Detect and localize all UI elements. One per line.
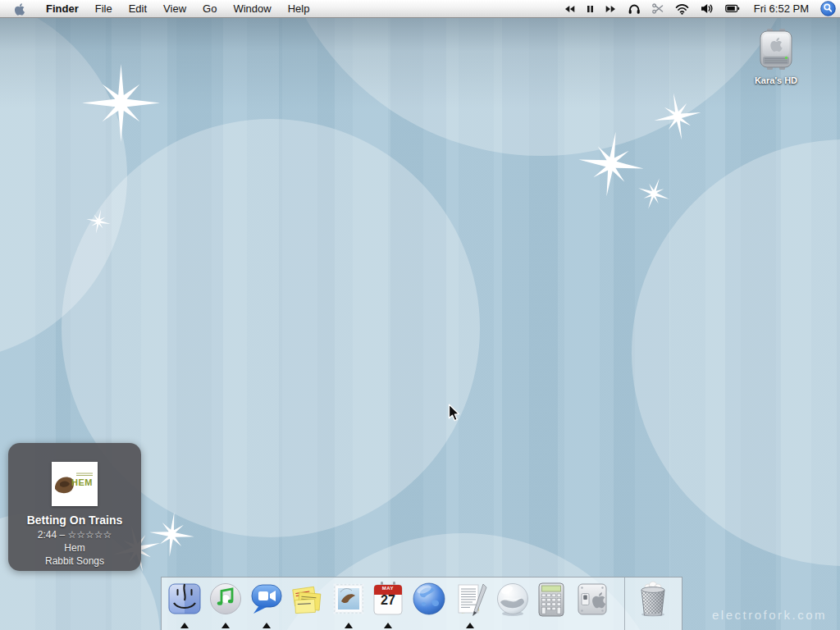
menu-file[interactable]: File [87, 0, 121, 17]
dock-item-finder[interactable] [166, 580, 203, 618]
pause-icon[interactable] [581, 0, 600, 17]
itunes-notification[interactable]: HEM Betting On Trains 2:44 – ☆☆☆☆☆ Hem R… [8, 443, 141, 571]
headphones-icon[interactable] [622, 0, 646, 17]
menu-help[interactable]: Help [280, 0, 318, 17]
track-title: Betting On Trains [8, 514, 141, 527]
menu-view[interactable]: View [155, 0, 194, 17]
sparkle-icon [654, 93, 701, 140]
sparkle-icon [637, 177, 670, 210]
dock-item-ical[interactable]: MAY 27 [369, 580, 407, 618]
running-indicator-finder [180, 623, 189, 628]
running-indicator-ical [384, 623, 392, 628]
menu-clock[interactable]: Fri 6:52 PM [746, 0, 817, 17]
album-art: HEM [52, 462, 98, 506]
dock-item-trash[interactable] [632, 580, 673, 618]
apple-menu[interactable] [0, 0, 38, 17]
running-indicator-mail [345, 623, 353, 628]
scissors-icon[interactable] [646, 0, 669, 17]
dock-item-mail[interactable] [330, 580, 368, 618]
running-indicator-textedit [466, 623, 474, 628]
hard-drive-icon [753, 28, 799, 71]
dock-item-textedit[interactable] [451, 580, 489, 618]
dock-separator[interactable] [624, 578, 625, 630]
menu-go[interactable]: Go [194, 0, 225, 17]
desktop: Finder File Edit View Go Window Help [0, 0, 840, 630]
dock-item-system-preferences[interactable] [573, 580, 611, 618]
menu-finder[interactable]: Finder [38, 0, 87, 17]
track-artist: Hem [8, 542, 141, 554]
ical-month-label: MAY [369, 586, 407, 591]
sparkle-icon [578, 131, 644, 197]
dock-item-browser-globe[interactable] [410, 580, 448, 618]
track-time-rating: 2:44 – ☆☆☆☆☆ [8, 529, 141, 541]
menu-window[interactable]: Window [225, 0, 279, 17]
running-indicator-ichat [262, 623, 271, 628]
dock-item-crystal-ball[interactable] [494, 580, 532, 618]
wallpaper-watermark: electrofork.com [712, 608, 827, 622]
battery-icon[interactable] [719, 0, 746, 17]
dock-item-calculator[interactable] [532, 580, 570, 618]
dock-item-ichat[interactable] [248, 580, 285, 618]
desktop-icon-karas-hd[interactable]: Kara's HD [750, 28, 802, 85]
sparkle-icon [82, 64, 160, 142]
dock-item-stickies[interactable] [287, 580, 325, 618]
rewind-icon[interactable] [559, 0, 581, 17]
fast-forward-icon[interactable] [600, 0, 622, 17]
running-indicator-itunes [221, 623, 230, 628]
desktop-icon-label: Kara's HD [750, 75, 802, 85]
volume-icon[interactable] [695, 0, 719, 17]
album-art-text: HEM [71, 477, 93, 487]
mouse-cursor [448, 404, 460, 422]
ical-day-label: 27 [369, 593, 407, 608]
menu-edit[interactable]: Edit [121, 0, 155, 17]
wifi-icon[interactable] [669, 0, 695, 17]
track-album: Rabbit Songs [8, 555, 141, 567]
menu-bar: Finder File Edit View Go Window Help [0, 0, 840, 18]
sparkle-icon [86, 209, 111, 234]
dock-item-itunes[interactable] [207, 580, 244, 618]
spotlight-icon[interactable] [817, 0, 840, 17]
